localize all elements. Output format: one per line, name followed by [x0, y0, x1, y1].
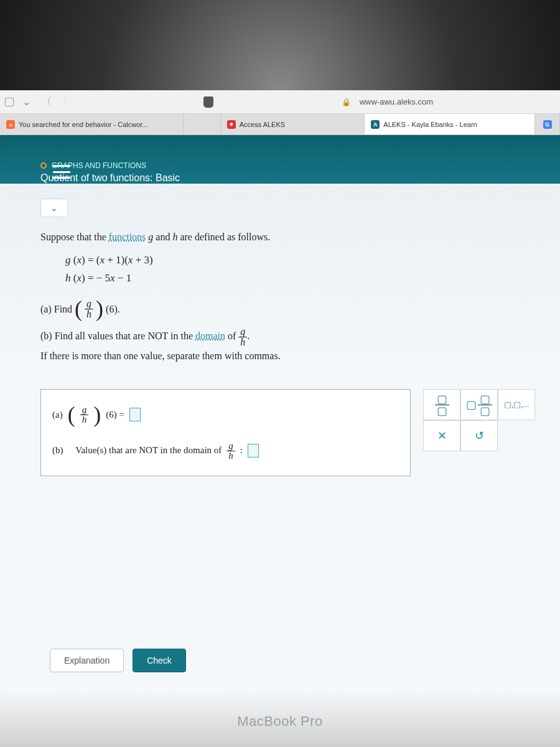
shield-icon[interactable]: [203, 96, 213, 108]
page-title: Quotient of two functions: Basic: [40, 172, 548, 184]
problem-intro: Suppose that the functions g and h are d…: [40, 228, 548, 245]
part-b: (b) Find all values that are NOT in the …: [40, 327, 548, 347]
tool-panel: ▢▢ ▢▢▢ ▢,▢,... ✕ ↺: [423, 389, 548, 451]
forward-icon[interactable]: 〉: [60, 95, 75, 108]
dropdown-icon[interactable]: ⌄: [20, 96, 33, 108]
favicon-icon: ⌕: [6, 120, 15, 129]
check-button[interactable]: Check: [133, 649, 186, 672]
equation-h: h (x) = − 5x − 1: [65, 270, 548, 288]
tab-label: ALEKS - Kayla Ebanks - Learn: [383, 121, 477, 128]
answer-b-input[interactable]: [248, 444, 259, 458]
category-dot-icon: [40, 162, 47, 169]
tab-access-aleks[interactable]: ✶ Access ALEKS: [221, 114, 365, 134]
part-b-hint: If there is more than one value, separat…: [40, 347, 548, 364]
tab-other[interactable]: G: [535, 114, 560, 134]
tool-list[interactable]: ▢,▢,...: [498, 389, 535, 420]
tab-label: You searched for end behavior - Calcwor.…: [19, 121, 148, 128]
chevron-down-icon: ⌄: [50, 203, 58, 213]
browser-toolbar: ⌄ 〈 〉 🔒 www-awu.aleks.com: [0, 90, 560, 114]
answer-box: (a) ( gh ) (6) = (b) Value(s) that are N…: [40, 389, 411, 476]
dropdown-toggle[interactable]: ⌄: [40, 199, 68, 217]
tool-fraction[interactable]: ▢▢: [423, 389, 460, 420]
undo-icon: ↺: [475, 426, 484, 446]
answer-a-input[interactable]: [129, 408, 141, 421]
tool-mixed-fraction[interactable]: ▢▢▢: [460, 389, 498, 420]
address-url[interactable]: www-awu.aleks.com: [360, 97, 433, 106]
part-a: (a) Find ( gh ) (6).: [40, 299, 548, 319]
sidebar-toggle-icon[interactable]: [5, 98, 14, 106]
tab-label: Access ALEKS: [240, 121, 285, 128]
category-label: GRAPHS AND FUNCTIONS: [52, 161, 146, 170]
favicon-icon: A: [371, 120, 380, 129]
tab-blank[interactable]: [184, 114, 221, 134]
tab-strip: ⌕ You searched for end behavior - Calcwo…: [0, 114, 560, 135]
favicon-icon: G: [543, 120, 552, 129]
browser-window: ⌄ 〈 〉 🔒 www-awu.aleks.com ⌕ You searched…: [0, 90, 560, 747]
tool-clear[interactable]: ✕: [423, 420, 460, 451]
laptop-bezel: [0, 0, 560, 90]
favicon-icon: ✶: [227, 120, 236, 129]
device-label: MacBook Pro: [0, 713, 560, 730]
link-domain[interactable]: domain: [195, 331, 225, 341]
back-icon[interactable]: 〈: [39, 95, 54, 108]
equation-g: g (x) = (x + 1)(x + 3): [65, 251, 548, 270]
answer-a-row: (a) ( gh ) (6) =: [52, 400, 399, 430]
lock-icon: 🔒: [342, 98, 351, 106]
explanation-button[interactable]: Explanation: [50, 649, 124, 672]
answer-b-row: (b) Value(s) that are NOT in the domain …: [52, 436, 399, 466]
x-icon: ✕: [437, 426, 447, 446]
tab-search[interactable]: ⌕ You searched for end behavior - Calcwo…: [0, 114, 184, 134]
page-content: GRAPHS AND FUNCTIONS Quotient of two fun…: [0, 135, 560, 747]
tool-undo[interactable]: ↺: [460, 420, 498, 451]
tab-aleks-learn[interactable]: A ALEKS - Kayla Ebanks - Learn: [365, 114, 535, 134]
link-functions[interactable]: functions: [109, 232, 146, 242]
